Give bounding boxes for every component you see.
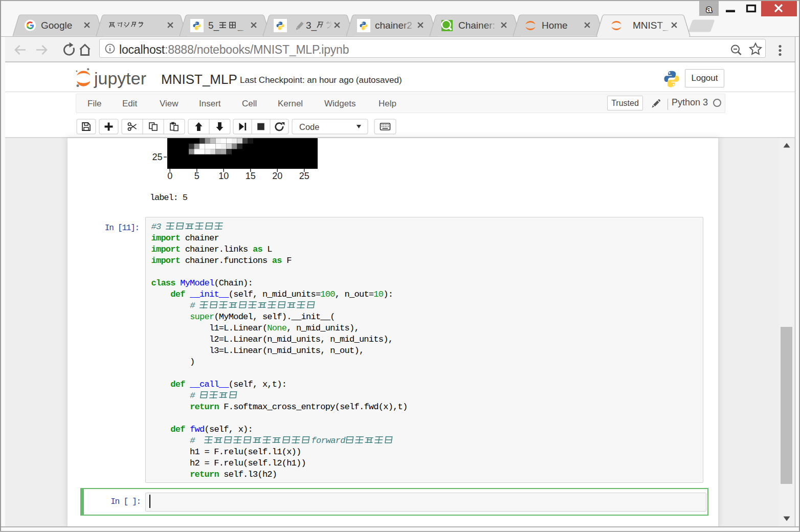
svg-text:Home: Home: [542, 20, 568, 31]
svg-text:Google: Google: [41, 20, 72, 31]
svg-text:25: 25: [152, 152, 162, 162]
svg-text:5: 5: [194, 171, 199, 181]
svg-text:jupyter: jupyter: [94, 69, 146, 88]
svg-text:10: 10: [218, 171, 229, 181]
svg-text:Code: Code: [299, 122, 319, 131]
svg-text:25: 25: [299, 171, 309, 181]
svg-text:15: 15: [246, 171, 256, 181]
svg-text:5_: 5_: [208, 20, 219, 31]
svg-text:20: 20: [272, 171, 282, 181]
svg-text:a: a: [706, 4, 712, 14]
svg-text:3_: 3_: [306, 20, 317, 31]
svg-text:0: 0: [167, 171, 172, 181]
